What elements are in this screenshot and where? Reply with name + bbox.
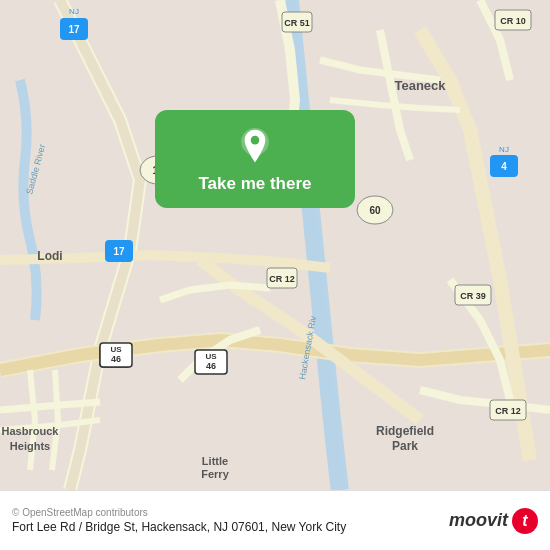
svg-text:CR 12: CR 12 [269, 274, 295, 284]
svg-text:Lodi: Lodi [37, 249, 62, 263]
svg-text:Teaneck: Teaneck [394, 78, 446, 93]
svg-text:Hasbrouck: Hasbrouck [2, 425, 60, 437]
svg-text:CR 10: CR 10 [500, 16, 526, 26]
moovit-wordmark: moovit [449, 510, 508, 531]
svg-text:46: 46 [206, 361, 216, 371]
svg-text:NJ: NJ [499, 145, 509, 154]
svg-text:46: 46 [111, 354, 121, 364]
svg-text:Ridgefield: Ridgefield [376, 424, 434, 438]
moovit-dot-icon: t [512, 508, 538, 534]
svg-text:CR 12: CR 12 [495, 406, 521, 416]
take-me-there-callout[interactable]: Take me there [155, 110, 355, 208]
bottom-bar: © OpenStreetMap contributors Fort Lee Rd… [0, 490, 550, 550]
svg-text:17: 17 [68, 24, 80, 35]
svg-text:4: 4 [501, 161, 507, 172]
svg-text:CR 39: CR 39 [460, 291, 486, 301]
svg-text:60: 60 [369, 205, 381, 216]
moovit-logo: moovit t [449, 508, 538, 534]
svg-text:US: US [205, 352, 217, 361]
svg-text:CR 51: CR 51 [284, 18, 310, 28]
svg-point-43 [251, 136, 260, 145]
svg-text:Ferry: Ferry [201, 468, 229, 480]
svg-text:Park: Park [392, 439, 418, 453]
svg-text:Little: Little [202, 455, 228, 467]
svg-text:NJ: NJ [69, 7, 79, 16]
svg-text:US: US [110, 345, 122, 354]
take-me-there-label: Take me there [198, 174, 311, 194]
address-text: Fort Lee Rd / Bridge St, Hackensack, NJ … [12, 520, 441, 534]
svg-text:17: 17 [113, 246, 125, 257]
attribution-text: © OpenStreetMap contributors [12, 507, 441, 518]
map-container: 17 NJ 17 13 US 46 US 46 US 46 CR 51 CR 1… [0, 0, 550, 490]
map-background: 17 NJ 17 13 US 46 US 46 US 46 CR 51 CR 1… [0, 0, 550, 490]
location-pin-icon [236, 128, 274, 166]
svg-text:Heights: Heights [10, 440, 50, 452]
